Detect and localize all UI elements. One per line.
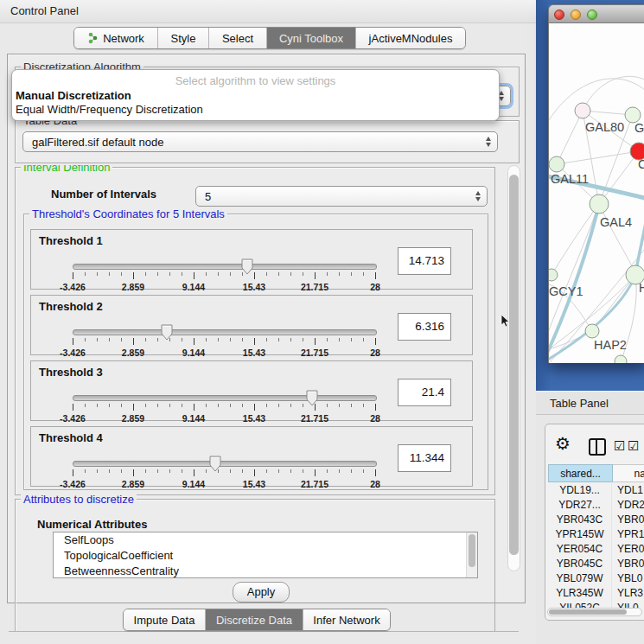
network-edge[interactable] (557, 151, 639, 164)
threshold-value-field[interactable]: 21.4 (398, 379, 451, 406)
threshold-value-field[interactable]: 14.713 (398, 247, 451, 275)
panel-scrollbar-thumb[interactable] (509, 175, 519, 555)
threshold-slider[interactable]: -3.4262.8599.14415.4321.71528 (73, 323, 377, 358)
table-row[interactable]: YBR045CYBR0 (548, 557, 644, 571)
tab-discretize-data[interactable]: Discretize Data (206, 609, 303, 630)
cell-name[interactable]: YPR1 (612, 527, 644, 542)
cell-shared-name[interactable]: YIL052C (548, 601, 612, 608)
tab-label: Infer Network (313, 614, 379, 627)
slider-track[interactable] (73, 461, 377, 467)
apply-button[interactable]: Apply (233, 582, 290, 603)
threshold-slider[interactable]: -3.4262.8599.14415.4321.71528 (73, 389, 377, 424)
threshold-value-field[interactable]: 6.316 (398, 313, 451, 341)
slider-track[interactable] (73, 329, 377, 335)
tab-label: jActiveMNodules (369, 32, 453, 45)
network-canvas[interactable]: GAL80GACGAL11GAL4GCY1HAPHAP2 (548, 23, 644, 363)
cell-shared-name[interactable]: YDR27... (548, 498, 612, 513)
cell-name[interactable]: YDL1 (612, 483, 643, 498)
network-node-gal80[interactable] (575, 103, 590, 118)
tab-impute-data[interactable]: Impute Data (124, 609, 206, 630)
zoom-traffic-light-icon[interactable] (587, 10, 597, 20)
cell-name[interactable]: YIL0 (612, 601, 639, 608)
algorithm-option-manual-discretization[interactable]: Manual Discretization (16, 89, 131, 102)
table-data-combobox[interactable]: galFiltered.sif default node (22, 131, 498, 152)
network-graph: GAL80GACGAL11GAL4GCY1HAPHAP2 (549, 23, 644, 363)
algorithm-option-equal-width-frequency-discretization[interactable]: Equal Width/Frequency Discretization (16, 103, 203, 116)
network-node-gal4[interactable] (590, 194, 609, 214)
cell-name[interactable]: YLR3 (612, 586, 643, 601)
cell-name[interactable]: YDR2 (612, 498, 644, 513)
network-window[interactable]: GAL80GACGAL11GAL4GCY1HAPHAP2 (548, 4, 644, 363)
mouse-cursor (501, 315, 511, 328)
network-edge[interactable] (557, 111, 583, 164)
network-node-gal11[interactable] (549, 156, 564, 172)
network-node-unlabeled[interactable] (615, 355, 627, 363)
column-header-name[interactable]: name (613, 464, 644, 482)
panel-scrollbar[interactable] (507, 165, 520, 571)
threshold-label: Threshold 2 (39, 300, 103, 313)
cell-shared-name[interactable]: YPR145W (548, 527, 612, 542)
table-row[interactable]: YBR043CYBR0 (548, 513, 644, 527)
node-label-gal80: GAL80 (585, 120, 624, 134)
slider-track[interactable] (73, 264, 377, 270)
attribute-item-selfloops[interactable]: SelfLoops (54, 532, 477, 548)
checkbox-icon[interactable]: ☑ (628, 439, 639, 452)
cell-name[interactable]: YBR0 (612, 557, 644, 571)
table-hscrollbar-thumb[interactable] (549, 609, 627, 615)
threshold-1-box: Threshold 1-3.4262.8599.14415.4321.71528… (30, 229, 473, 290)
attribute-item-topologicalcoefficient[interactable]: TopologicalCoefficient (54, 548, 477, 564)
table-row[interactable]: YPR145WYPR1 (548, 527, 644, 542)
tab-infer-network[interactable]: Infer Network (303, 609, 390, 630)
numerical-attributes-list[interactable]: SelfLoopsTopologicalCoefficientBetweenne… (53, 532, 478, 578)
network-window-titlebar[interactable] (548, 4, 644, 23)
threshold-slider[interactable]: -3.4262.8599.14415.4321.71528 (73, 258, 377, 292)
threshold-slider[interactable]: -3.4262.8599.14415.4321.71528 (73, 455, 377, 489)
table-row[interactable]: YDR27...YDR2 (548, 498, 644, 513)
network-edge-thick[interactable] (635, 194, 644, 275)
cell-shared-name[interactable]: YLR345W (548, 586, 612, 601)
cell-name[interactable]: YBL0 (612, 571, 642, 586)
slider-ticks (73, 404, 375, 412)
cell-shared-name[interactable]: YER054C (548, 542, 612, 557)
table-panel-title: Table Panel (550, 397, 609, 410)
gear-icon[interactable]: ⚙ (555, 435, 571, 452)
table-row[interactable]: YBL079WYBL0 (548, 571, 644, 586)
minimize-traffic-light-icon[interactable] (571, 10, 581, 20)
threshold-4-box: Threshold 4-3.4262.8599.14415.4321.71528… (30, 426, 473, 487)
threshold-value-field[interactable]: 11.344 (398, 444, 451, 472)
node-table-rows[interactable]: YDL19...YDL1YDR27...YDR2YBR043CYBR0YPR14… (548, 483, 644, 608)
cell-shared-name[interactable]: YBR045C (548, 557, 612, 571)
network-node-gcy1[interactable] (549, 269, 558, 281)
table-data-value: galFiltered.sif default node (32, 136, 163, 149)
cyni-toolbox-panel: Discretization Algorithm Table Data galF… (7, 54, 526, 603)
list-scrollbar[interactable] (466, 532, 477, 577)
num-intervals-combobox[interactable]: 5 (195, 186, 488, 207)
table-row[interactable]: YER054CYER0 (548, 542, 644, 557)
close-traffic-light-icon[interactable] (554, 10, 564, 20)
tab-style[interactable]: Style (158, 28, 209, 48)
table-row[interactable]: YDL19...YDL1 (548, 483, 644, 498)
attribute-item-betweennesscentrality[interactable]: BetweennessCentrality (54, 564, 477, 578)
network-node-hap2[interactable] (585, 324, 599, 338)
table-hscrollbar[interactable] (547, 608, 642, 616)
tab-cyni-toolbox[interactable]: Cyni Toolbox (267, 28, 356, 48)
tab-jactivemnodules[interactable]: jActiveMNodules (356, 28, 465, 48)
cell-shared-name[interactable]: YBL079W (548, 571, 612, 586)
network-edge[interactable] (583, 76, 644, 111)
slider-track[interactable] (73, 395, 377, 401)
checkbox-icon[interactable]: ☑ (614, 439, 625, 452)
cell-shared-name[interactable]: YDL19... (548, 483, 612, 498)
stepper-icon (475, 191, 481, 201)
cell-shared-name[interactable]: YBR043C (548, 513, 612, 527)
slider-tick-labels: -3.4262.8599.14415.4321.71528 (73, 479, 375, 489)
column-layout-icon[interactable] (589, 438, 606, 456)
cell-name[interactable]: YER0 (612, 542, 644, 557)
table-row[interactable]: YLR345WYLR3 (548, 586, 644, 601)
column-header-shared-name[interactable]: shared... (548, 464, 613, 482)
network-edge-thick[interactable] (549, 204, 599, 363)
table-row[interactable]: YIL052CYIL0 (548, 601, 644, 608)
cell-name[interactable]: YBR0 (612, 513, 644, 527)
tab-network[interactable]: Network (74, 28, 158, 48)
table-data-group: Table Data galFiltered.sif default node (15, 120, 520, 163)
tab-select[interactable]: Select (209, 28, 267, 48)
